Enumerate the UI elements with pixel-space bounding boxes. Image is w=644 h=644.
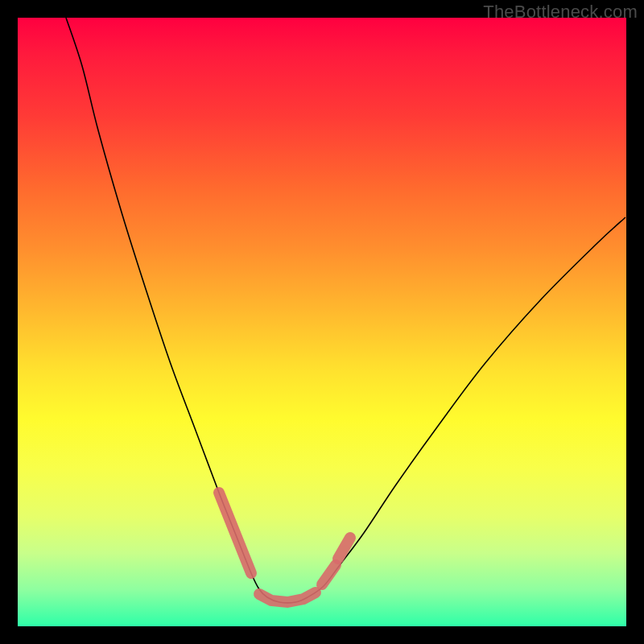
bottleneck-curve xyxy=(66,18,625,603)
watermark-text: TheBottleneck.com xyxy=(483,2,638,23)
highlight-segment xyxy=(259,592,316,602)
chart-svg xyxy=(18,18,626,626)
optimal-range-highlight xyxy=(219,493,350,602)
chart-frame xyxy=(18,18,626,626)
highlight-segment xyxy=(219,493,251,573)
highlight-segment xyxy=(338,538,350,559)
highlight-segment xyxy=(322,565,336,584)
